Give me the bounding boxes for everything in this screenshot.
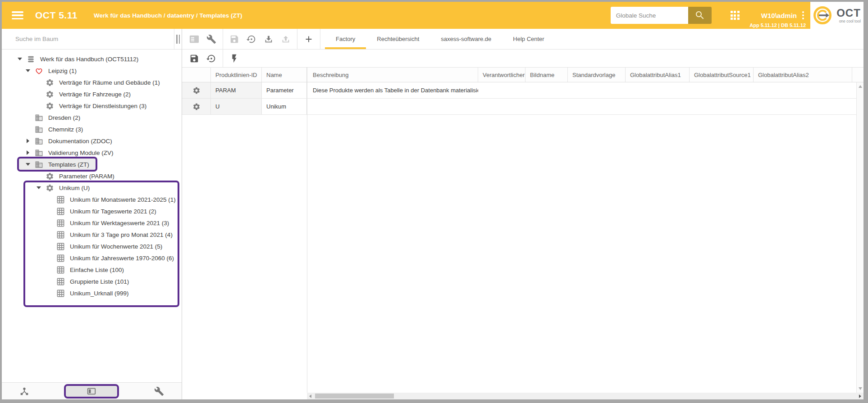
caret-down-icon[interactable] (23, 69, 33, 72)
tree-item-unikum[interactable]: Unikum (U) (2, 182, 182, 194)
tree-item-parameter[interactable]: Parameter (PARAM) (2, 170, 182, 182)
grid-header[interactable]: Verantwortlicher (478, 68, 525, 82)
scroll-left-arrow[interactable] (309, 394, 311, 398)
cell-beschreibung[interactable]: Diese Produkte werden als Tabelle in der… (307, 82, 478, 98)
tree-item-gruppierte-liste[interactable]: Gruppierte Liste (101) (2, 276, 182, 287)
gear-icon (44, 184, 55, 192)
grid-header[interactable]: GlobalattributAlias1 (626, 68, 690, 82)
upload-button[interactable] (277, 29, 294, 49)
tree-item-unikum-tageswerte[interactable]: Unikum für Tageswerte 2021 (2) (2, 205, 182, 217)
gear-icon (192, 103, 201, 111)
download-button[interactable] (260, 29, 277, 49)
grid-header[interactable]: Bildname (525, 68, 568, 82)
tree-item-templates[interactable]: Templates (ZT) (2, 158, 182, 170)
scrollbar-thumb[interactable] (315, 394, 394, 398)
grid-header[interactable]: Name (262, 68, 307, 82)
tree-search-row (2, 29, 182, 50)
tree-item-werk[interactable]: Werk für das Handbuch (OCT51112) (2, 53, 182, 65)
search-icon (694, 10, 705, 21)
form-details-button[interactable] (186, 29, 203, 49)
secondary-toolbar (182, 50, 863, 68)
tree-item-vertraege-fahrzeuge[interactable]: Verträge für Fahrzeuge (2) (2, 88, 182, 100)
tab-factory[interactable]: Factory (325, 29, 366, 49)
cell-name[interactable]: Parameter (262, 82, 307, 98)
tree-item-unikum-urknall[interactable]: Unikum_Urknall (999) (2, 287, 182, 299)
table-grid-icon (55, 207, 66, 216)
add-icon (304, 34, 314, 44)
top-bar: OCT 5.11 Werk für das Handbuch / dataent… (2, 2, 863, 29)
tree-item-unikum-monatswerte[interactable]: Unikum für Monatswerte 2021-2025 (1) (2, 194, 182, 205)
grid-header[interactable]: Beschreibung (307, 68, 478, 82)
table-row[interactable]: PARAM Parameter Diese Produkte werden al… (182, 82, 863, 99)
cell-produktlinien-id[interactable]: U (211, 99, 262, 114)
configure-button[interactable] (203, 29, 220, 49)
grid-header[interactable]: Produktlinien-ID (211, 68, 262, 82)
save-icon (189, 54, 199, 63)
data-grid: Produktlinien-ID Name Beschreibung Veran… (182, 68, 863, 399)
restore-button[interactable] (243, 29, 260, 49)
tree-item-unikum-wochenwerte[interactable]: Unikum für Wochenwerte 2021 (5) (2, 240, 182, 252)
kebab-menu-icon[interactable] (802, 11, 804, 19)
logo-text: OCT (836, 8, 861, 18)
menu-icon[interactable] (12, 11, 23, 19)
tree-item-validierung[interactable]: Validierung Module (ZV) (2, 147, 182, 158)
search-button[interactable] (688, 7, 712, 24)
global-search-input[interactable] (611, 7, 688, 24)
flash-button[interactable] (226, 50, 243, 67)
save-button[interactable] (186, 50, 203, 67)
table-grid-icon (55, 219, 66, 227)
tab-bar: Factory Rechteübersicht saxess-software.… (325, 29, 555, 49)
tree-item-unikum-werktageswerte[interactable]: Unikum für Werktageswerte 2021 (3) (2, 217, 182, 229)
panel-splitter-handle[interactable] (176, 35, 180, 44)
tree-item-dresden[interactable]: Dresden (2) (2, 112, 182, 123)
table-row[interactable]: U Unikum (182, 99, 863, 115)
horizontal-scrollbar[interactable] (307, 393, 863, 399)
hierarchy-view-button[interactable] (19, 386, 29, 396)
save-button[interactable] (226, 29, 243, 49)
layout-panel-view-button[interactable] (87, 386, 96, 396)
caret-right-icon[interactable] (23, 150, 33, 155)
caret-right-icon[interactable] (23, 139, 33, 143)
tree-item-dokumentation[interactable]: Dokumentation (ZDOC) (2, 135, 182, 147)
gear-icon (192, 86, 201, 95)
tree-item-vertraege-raeume[interactable]: Verträge für Räume und Gebäude (1) (2, 77, 182, 88)
grid-header-row: Produktlinien-ID Name Beschreibung Veran… (182, 68, 863, 82)
caret-down-icon[interactable] (33, 186, 44, 189)
tree-search-input[interactable] (15, 36, 169, 42)
tree-item-unikum-3tage[interactable]: Unikum für 3 Tage pro Monat 2021 (4) (2, 229, 182, 240)
cell-produktlinien-id[interactable]: PARAM (211, 82, 262, 98)
tree-item-unikum-jahreswerte[interactable]: Unikum für Jahreswerte 1970-2060 (6) (2, 252, 182, 264)
tab-rechteuebersicht[interactable]: Rechteübersicht (366, 29, 430, 49)
tab-help-center[interactable]: Help Center (502, 29, 555, 49)
caret-down-icon[interactable] (14, 58, 25, 60)
tree-item-chemnitz[interactable]: Chemnitz (3) (2, 123, 182, 135)
cell-name[interactable]: Unikum (262, 99, 307, 114)
restore-button[interactable] (203, 50, 220, 67)
apps-grid-icon[interactable] (731, 11, 740, 20)
building-icon (33, 125, 44, 134)
vertical-scrollbar[interactable] (856, 82, 863, 393)
upload-icon (281, 34, 291, 44)
grid-header[interactable]: GlobalattributAlias2 (754, 68, 852, 82)
row-gear-button[interactable] (182, 82, 211, 98)
table-grid-icon (55, 289, 66, 298)
wrench-icon (206, 34, 216, 44)
tree-item-leipzig[interactable]: Leipzig (1) (2, 65, 182, 77)
cell-beschreibung[interactable] (307, 99, 478, 114)
frozen-columns-divider (307, 68, 307, 393)
tree-item-vertraege-dienstleistungen[interactable]: Verträge für Dienstleistungen (3) (2, 100, 182, 112)
tools-view-button[interactable] (154, 386, 164, 396)
tab-saxess-software[interactable]: saxess-software.de (430, 29, 502, 49)
caret-down-icon[interactable] (23, 163, 33, 166)
grid-header[interactable]: GlobalattributSource1 (690, 68, 754, 82)
tree-item-einfache-liste[interactable]: Einfache Liste (100) (2, 264, 182, 276)
heart-icon (33, 67, 44, 75)
add-button[interactable] (300, 29, 317, 49)
scroll-right-arrow[interactable] (859, 394, 861, 398)
gear-icon (44, 102, 55, 110)
row-gear-button[interactable] (182, 99, 211, 114)
scroll-up-arrow[interactable] (859, 85, 862, 88)
user-menu[interactable]: W10\admin (761, 11, 804, 19)
scroll-down-arrow[interactable] (859, 387, 862, 390)
grid-header[interactable]: Standardvorlage (568, 68, 626, 82)
